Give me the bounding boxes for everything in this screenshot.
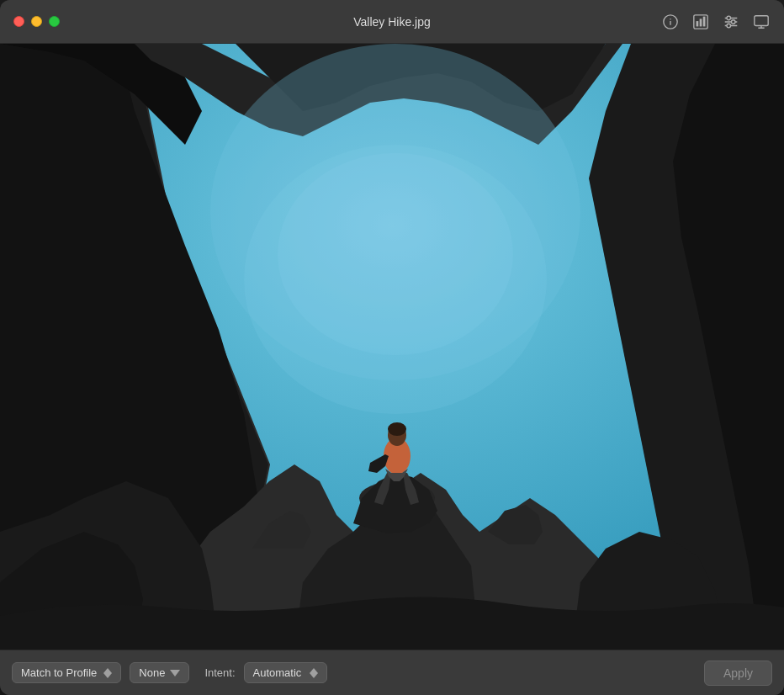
match-to-profile-label: Match to Profile: [21, 666, 97, 679]
bottombar: Match to Profile None Intent: Automatic: [0, 650, 784, 695]
window-title: Valley Hike.jpg: [353, 15, 431, 29]
automatic-label: Automatic: [253, 666, 302, 679]
histogram-icon[interactable]: [691, 13, 710, 31]
image-area: [0, 44, 784, 650]
svg-rect-13: [755, 15, 768, 25]
svg-point-23: [278, 153, 513, 355]
svg-rect-5: [700, 19, 702, 26]
svg-marker-26: [170, 670, 180, 676]
display-icon[interactable]: [752, 13, 771, 31]
automatic-chevrons: [310, 668, 318, 678]
intent-label: Intent:: [204, 666, 235, 679]
titlebar: Valley Hike.jpg: [0, 0, 784, 44]
close-button[interactable]: [13, 16, 24, 27]
adjustments-icon[interactable]: [722, 13, 740, 31]
none-dropdown[interactable]: None: [130, 662, 189, 683]
minimize-button[interactable]: [31, 16, 42, 27]
maximize-button[interactable]: [49, 16, 60, 27]
match-to-profile-button[interactable]: Match to Profile: [12, 662, 121, 683]
svg-point-12: [727, 24, 731, 28]
info-icon[interactable]: [661, 13, 680, 31]
none-label: None: [139, 666, 165, 679]
svg-point-10: [727, 16, 731, 20]
match-to-profile-chevrons: [103, 668, 112, 678]
toolbar-tools: [661, 13, 771, 31]
svg-rect-4: [697, 21, 699, 26]
svg-rect-6: [703, 16, 706, 26]
svg-marker-28: [310, 673, 318, 678]
svg-point-2: [670, 19, 670, 19]
traffic-lights: [13, 16, 60, 27]
svg-point-21: [388, 422, 406, 436]
none-chevron-icon: [170, 666, 180, 679]
svg-marker-25: [103, 673, 112, 678]
automatic-selector[interactable]: Automatic: [244, 662, 328, 683]
apply-button[interactable]: Apply: [704, 661, 772, 686]
photo-view: [0, 44, 784, 650]
svg-point-11: [731, 19, 735, 24]
app-window: Valley Hike.jpg: [0, 0, 784, 695]
